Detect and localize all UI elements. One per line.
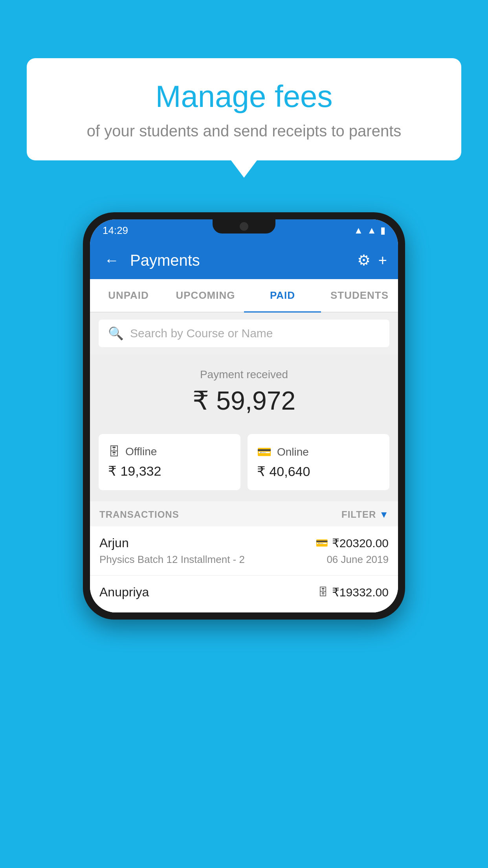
- search-bar[interactable]: 🔍 Search by Course or Name: [99, 320, 389, 347]
- transactions-header: TRANSACTIONS FILTER ▼: [90, 501, 398, 526]
- online-label: Online: [277, 446, 309, 458]
- camera: [240, 222, 248, 231]
- payment-cards: 🗄 Offline ₹ 19,332 💳 Online ₹ 40,640: [90, 427, 398, 501]
- offline-card: 🗄 Offline ₹ 19,332: [99, 434, 240, 490]
- transaction-name: Anupriya: [99, 585, 149, 600]
- filter-icon: ▼: [379, 509, 389, 520]
- settings-button[interactable]: ⚙: [357, 252, 371, 269]
- payment-received-section: Payment received ₹ 59,972: [90, 354, 398, 427]
- cash-icon: 🗄: [318, 586, 328, 598]
- transaction-row-top: Arjun 💳 ₹20320.00: [99, 536, 389, 550]
- tabs-container: UNPAID UPCOMING PAID STUDENTS: [90, 279, 398, 313]
- speech-bubble: Manage fees of your students and send re…: [27, 58, 461, 160]
- battery-icon: ▮: [380, 225, 385, 236]
- filter-label: FILTER: [341, 509, 376, 520]
- transaction-row[interactable]: Anupriya 🗄 ₹19332.00: [90, 576, 398, 612]
- online-card-header: 💳 Online: [257, 445, 380, 459]
- app-bar: ← Payments ⚙ +: [90, 241, 398, 279]
- online-icon: 💳: [257, 445, 272, 459]
- app-bar-title: Payments: [130, 252, 349, 269]
- card-icon: 💳: [316, 537, 328, 549]
- transaction-amount: ₹19332.00: [332, 585, 389, 599]
- phone-notch: [213, 219, 275, 234]
- transaction-amount-right: 🗄 ₹19332.00: [318, 585, 389, 599]
- transaction-row-bottom: Physics Batch 12 Installment - 2 06 June…: [99, 554, 389, 566]
- transaction-row[interactable]: Arjun 💳 ₹20320.00 Physics Batch 12 Insta…: [90, 526, 398, 576]
- phone-device: 14:29 ▲ ▲ ▮ ← Payments ⚙ + UNPAID: [83, 212, 405, 620]
- signal-icon: ▲: [367, 225, 376, 236]
- add-button[interactable]: +: [378, 252, 387, 269]
- bubble-subtitle: of your students and send receipts to pa…: [50, 122, 438, 140]
- tab-paid[interactable]: PAID: [244, 279, 321, 312]
- transaction-row-top: Anupriya 🗄 ₹19332.00: [99, 585, 389, 600]
- transaction-date: 06 June 2019: [327, 554, 389, 566]
- status-time: 14:29: [103, 224, 128, 237]
- payment-amount: ₹ 59,972: [99, 386, 389, 416]
- back-button[interactable]: ←: [101, 249, 122, 272]
- transactions-label: TRANSACTIONS: [99, 509, 179, 520]
- app-bar-actions: ⚙ +: [357, 252, 387, 269]
- offline-card-header: 🗄 Offline: [108, 445, 231, 458]
- offline-amount: ₹ 19,332: [108, 463, 231, 479]
- filter-button[interactable]: FILTER ▼: [341, 509, 389, 520]
- tab-unpaid[interactable]: UNPAID: [90, 279, 167, 312]
- wifi-icon: ▲: [354, 225, 363, 236]
- tab-upcoming[interactable]: UPCOMING: [167, 279, 244, 312]
- transaction-amount: ₹20320.00: [332, 536, 389, 550]
- search-icon: 🔍: [108, 326, 124, 341]
- bubble-title: Manage fees: [50, 79, 438, 114]
- offline-label: Offline: [125, 445, 157, 458]
- phone-outer: 14:29 ▲ ▲ ▮ ← Payments ⚙ + UNPAID: [83, 212, 405, 620]
- speech-bubble-container: Manage fees of your students and send re…: [27, 58, 461, 160]
- transaction-amount-right: 💳 ₹20320.00: [316, 536, 389, 550]
- status-icons: ▲ ▲ ▮: [354, 225, 385, 236]
- search-input[interactable]: Search by Course or Name: [130, 327, 273, 340]
- transaction-desc: Physics Batch 12 Installment - 2: [99, 554, 245, 566]
- transaction-name: Arjun: [99, 536, 129, 550]
- offline-icon: 🗄: [108, 445, 120, 458]
- payment-received-label: Payment received: [99, 368, 389, 381]
- online-card: 💳 Online ₹ 40,640: [248, 434, 389, 490]
- content-area: 🔍 Search by Course or Name Payment recei…: [90, 320, 398, 612]
- tab-students[interactable]: STUDENTS: [321, 279, 398, 312]
- online-amount: ₹ 40,640: [257, 463, 380, 479]
- phone-screen: 14:29 ▲ ▲ ▮ ← Payments ⚙ + UNPAID: [90, 219, 398, 612]
